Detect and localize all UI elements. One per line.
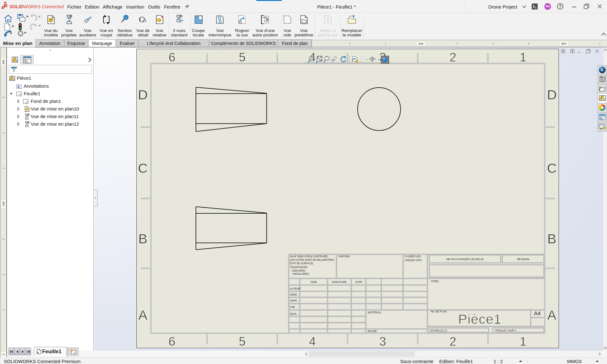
svg-text:LINEAIRES:: LINEAIRES: [291,269,306,272]
svg-text:A: A [547,307,556,323]
svg-text:6: 6 [169,335,176,348]
svg-text:4: 4 [309,335,316,348]
svg-text:NE PAS CHANGER L'ECHELLE: NE PAS CHANGER L'ECHELLE [446,258,484,261]
svg-text:ETAT DE SURFACE:: ETAT DE SURFACE: [290,262,314,265]
svg-text:NOM: NOM [311,280,317,284]
svg-text:5: 5 [239,335,246,348]
svg-text:2: 2 [449,335,456,348]
svg-text:No. DE PLAN: No. DE PLAN [431,310,447,313]
svg-text:AUTEUR: AUTEUR [290,287,300,290]
svg-text:Pièce1: Pièce1 [458,311,502,327]
svg-text:ECHELLE:1:2: ECHELLE:1:2 [431,329,447,332]
svg-text:DATE: DATE [355,280,362,284]
svg-text:VERIF.: VERIF. [290,293,297,296]
svg-text:FAB.: FAB. [290,305,295,309]
svg-text:APPR.: APPR. [290,299,297,302]
svg-text:B: B [138,231,147,246]
svg-text:C: C [547,160,557,176]
svg-text:QUAL.: QUAL. [290,312,297,315]
svg-text:CASSER LES: CASSER LES [405,255,421,258]
svg-text:FINITION:: FINITION: [338,255,350,258]
svg-text:ANGLES VIFS: ANGLES VIFS [405,259,422,262]
svg-text:A: A [138,307,147,323]
svg-text:LES COTES SONT EN MILLIMETRES: LES COTES SONT EN MILLIMETRES [290,258,334,261]
svg-text:MASSE:: MASSE: [368,329,378,333]
svg-text:2: 2 [449,50,456,64]
svg-text:REVISION: REVISION [517,258,529,261]
svg-text:6: 6 [169,50,176,64]
svg-text:A: A [17,85,20,88]
svg-text:D: D [138,87,148,102]
svg-text:1: 1 [520,50,527,64]
svg-text:MATERIAU:: MATERIAU: [368,311,382,314]
svg-text:D: D [547,87,557,102]
svg-text:ANGULAIRES:: ANGULAIRES: [292,272,310,275]
svg-text:5: 5 [239,50,246,64]
svg-text:FEUILLE 1 SUR 1: FEUILLE 1 SUR 1 [495,329,516,332]
svg-text:SIGNATURE: SIGNATURE [332,280,347,284]
svg-text:C: C [138,160,148,176]
svg-text:B: B [547,231,556,246]
svg-text:3: 3 [379,335,386,348]
svg-text:A4: A4 [534,311,541,317]
svg-text:TOLERANCES:: TOLERANCES: [290,266,308,269]
svg-text:SAUF INDICATION CONTRAIRE:: SAUF INDICATION CONTRAIRE: [290,255,329,258]
svg-text:TITRE:: TITRE: [431,280,439,283]
svg-text:1: 1 [520,335,527,348]
